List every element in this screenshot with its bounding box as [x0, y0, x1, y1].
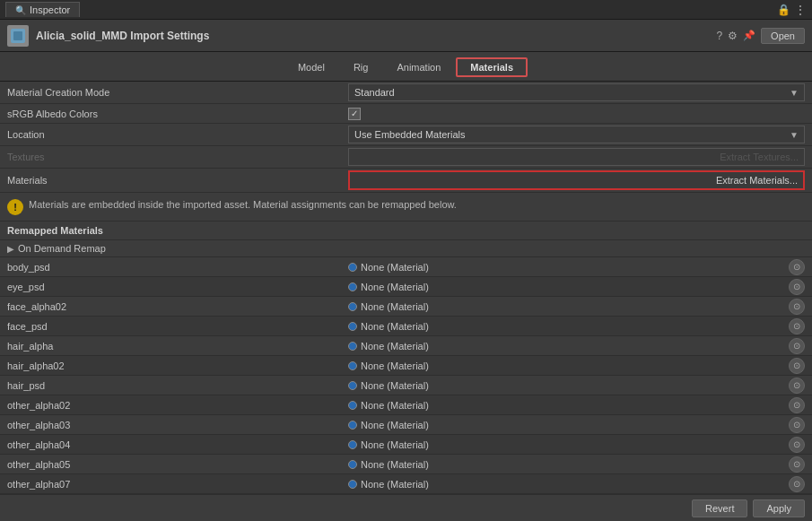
material-row: other_alpha03 None (Material) ⊙ [0, 415, 812, 435]
material-name: other_alpha05 [7, 459, 348, 470]
location-label: Location [7, 129, 348, 140]
location-dropdown-text: Use Embedded Materials [354, 129, 466, 140]
material-value: None (Material) ⊙ [348, 417, 805, 433]
material-radio-icon [348, 401, 357, 410]
content-area: Material Creation Mode Standard ▼ sRGB A… [0, 82, 812, 508]
material-value: None (Material) ⊙ [348, 259, 805, 275]
material-pick-button[interactable]: ⊙ [789, 279, 805, 295]
material-row: body_psd None (Material) ⊙ [0, 257, 812, 277]
material-radio-icon [348, 421, 357, 430]
material-creation-mode-dropdown-text: Standard [354, 87, 395, 98]
material-pick-button[interactable]: ⊙ [789, 456, 805, 473]
tab-rig[interactable]: Rig [340, 58, 382, 76]
material-field-text: None (Material) [361, 360, 785, 371]
tabs-bar: Model Rig Animation Materials [0, 52, 812, 82]
material-pick-button[interactable]: ⊙ [789, 338, 805, 354]
material-radio-icon [348, 361, 357, 370]
on-demand-label: On Demand Remap [18, 243, 106, 254]
material-row: eye_psd None (Material) ⊙ [0, 277, 812, 297]
material-creation-mode-row: Material Creation Mode Standard ▼ [0, 82, 812, 104]
lock-icon[interactable]: 🔒 [777, 4, 790, 16]
material-radio-icon [348, 263, 357, 272]
inspector-tab[interactable]: 🔍 Inspector [5, 2, 80, 17]
material-radio-icon [348, 440, 357, 449]
inspector-tab-icon: 🔍 [15, 5, 26, 15]
material-value: None (Material) ⊙ [348, 378, 805, 394]
material-pick-button[interactable]: ⊙ [789, 318, 805, 334]
warning-icon: ! [7, 199, 23, 215]
material-name: hair_alpha [7, 341, 348, 352]
help-icon[interactable]: ? [716, 30, 722, 42]
settings-icon[interactable]: ⚙ [728, 30, 738, 42]
material-row: other_alpha02 None (Material) ⊙ [0, 395, 812, 415]
open-button[interactable]: Open [761, 28, 805, 44]
srgb-checkbox[interactable]: ✓ [348, 108, 361, 120]
extract-materials-button[interactable]: Extract Materials... [348, 170, 805, 190]
material-value: None (Material) ⊙ [348, 397, 805, 413]
material-field-text: None (Material) [361, 282, 785, 292]
bottom-bar: Revert Apply [0, 494, 812, 521]
material-field-text: None (Material) [361, 479, 785, 490]
material-pick-button[interactable]: ⊙ [789, 259, 805, 275]
textures-value: Extract Textures... [348, 148, 805, 166]
material-pick-button[interactable]: ⊙ [789, 378, 805, 394]
apply-button[interactable]: Apply [753, 499, 805, 517]
material-list: body_psd None (Material) ⊙ eye_psd None … [0, 257, 812, 508]
revert-button[interactable]: Revert [692, 499, 747, 517]
srgb-albedo-label: sRGB Albedo Colors [7, 109, 348, 119]
materials-value: Extract Materials... [348, 170, 805, 190]
material-value: None (Material) ⊙ [348, 318, 805, 334]
menu-icon[interactable]: ⋮ [794, 3, 807, 17]
extract-textures-button: Extract Textures... [348, 148, 805, 166]
material-field-text: None (Material) [361, 459, 785, 470]
material-radio-icon [348, 282, 357, 291]
tab-model[interactable]: Model [284, 58, 338, 76]
material-name: other_alpha03 [7, 420, 348, 430]
material-pick-button[interactable]: ⊙ [789, 397, 805, 413]
material-value: None (Material) ⊙ [348, 437, 805, 453]
material-creation-mode-value: Standard ▼ [348, 83, 805, 101]
material-field-text: None (Material) [361, 321, 785, 332]
material-name: hair_alpha02 [7, 360, 348, 371]
textures-label: Textures [7, 152, 348, 162]
material-field-text: None (Material) [361, 420, 785, 430]
title-bar-actions: 🔒 ⋮ [777, 3, 807, 17]
on-demand-row: ▶ On Demand Remap [0, 240, 812, 257]
material-name: other_alpha04 [7, 439, 348, 450]
material-pick-button[interactable]: ⊙ [789, 417, 805, 433]
remapped-materials-header: Remapped Materials [0, 221, 812, 240]
material-field-text: None (Material) [361, 439, 785, 450]
material-creation-mode-dropdown[interactable]: Standard ▼ [348, 83, 805, 101]
inspector-tab-label: Inspector [30, 4, 70, 15]
material-name: face_alpha02 [7, 301, 348, 312]
material-radio-icon [348, 460, 357, 469]
material-radio-icon [348, 381, 357, 390]
material-radio-icon [348, 322, 357, 331]
material-pick-button[interactable]: ⊙ [789, 299, 805, 315]
expand-arrow-icon[interactable]: ▶ [7, 244, 14, 254]
material-creation-mode-label: Material Creation Mode [7, 87, 348, 98]
material-value: None (Material) ⊙ [348, 358, 805, 374]
pin-icon[interactable]: 📌 [743, 30, 755, 41]
material-row: other_alpha05 None (Material) ⊙ [0, 455, 812, 474]
material-field-text: None (Material) [361, 380, 785, 391]
location-dropdown[interactable]: Use Embedded Materials ▼ [348, 126, 805, 143]
material-field-text: None (Material) [361, 301, 785, 312]
material-name: eye_psd [7, 282, 348, 292]
material-row: other_alpha07 None (Material) ⊙ [0, 474, 812, 494]
srgb-albedo-row: sRGB Albedo Colors ✓ [0, 104, 812, 124]
material-value: None (Material) ⊙ [348, 338, 805, 354]
location-dropdown-arrow-icon: ▼ [790, 130, 799, 140]
material-row: face_psd None (Material) ⊙ [0, 317, 812, 336]
asset-icon [7, 25, 29, 47]
material-pick-button[interactable]: ⊙ [789, 437, 805, 453]
material-name: body_psd [7, 262, 348, 273]
asset-header-actions: ? ⚙ 📌 Open [716, 28, 805, 44]
material-pick-button[interactable]: ⊙ [789, 358, 805, 374]
tab-materials[interactable]: Materials [456, 57, 528, 77]
tab-animation[interactable]: Animation [383, 58, 454, 76]
material-row: other_alpha04 None (Material) ⊙ [0, 435, 812, 455]
materials-row: Materials Extract Materials... [0, 169, 812, 193]
material-value: None (Material) ⊙ [348, 279, 805, 295]
material-pick-button[interactable]: ⊙ [789, 476, 805, 492]
